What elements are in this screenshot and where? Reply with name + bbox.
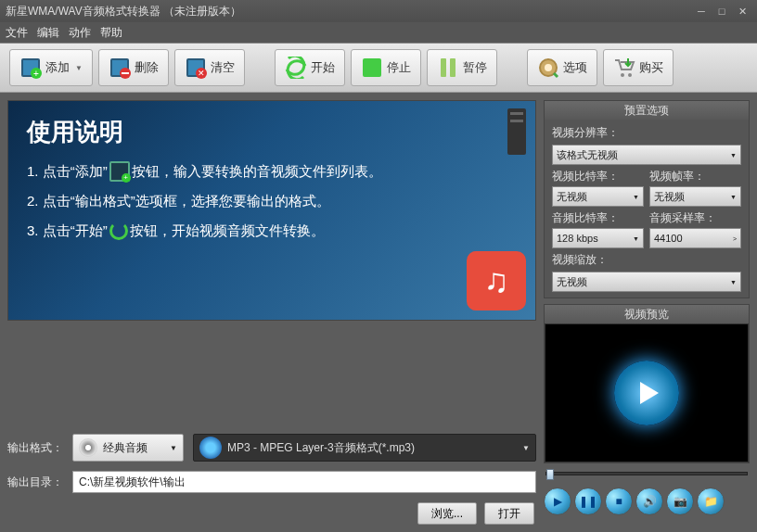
dropdown-arrow-icon: ▼ [75,64,83,72]
svg-point-18 [628,73,632,77]
svg-text:✕: ✕ [198,69,205,78]
menu-action[interactable]: 动作 [69,25,91,41]
framerate-label: 视频帧率： [649,169,741,184]
slider-thumb[interactable] [546,469,554,480]
ctrl-folder-button[interactable]: 📁 [697,488,725,515]
browse-button[interactable]: 浏览... [417,502,477,525]
resolution-label: 视频分辨率： [552,125,741,141]
add-button[interactable]: + 添加 ▼ [9,49,93,86]
close-button[interactable]: ✕ [733,4,751,19]
instructions-banner: 使用说明 1. 点击“添加” 按钮，输入要转换的音视频文件到列表。 2. 点击“… [7,100,536,321]
delete-icon [109,57,131,79]
add-icon: + [19,57,42,79]
video-bitrate-select[interactable]: 无视频▼ [552,186,644,207]
sample-rate-select[interactable]: 44100> [649,228,741,248]
open-button[interactable]: 打开 [484,502,534,525]
svg-rect-7 [122,72,129,74]
filmstrip-icon [507,108,526,155]
instruction-step: 1. 点击“添加” 按钮，输入要转换的音视频文件到列表。 [27,161,517,182]
audio-bitrate-select[interactable]: 128 kbps▼ [552,228,644,248]
refresh-icon [109,222,128,240]
ctrl-snapshot-button[interactable]: 📷 [666,488,694,515]
clear-icon: ✕ [185,57,207,79]
preview-panel-title: 视频预览 [545,305,749,323]
start-icon [285,57,307,79]
output-format-label: 输出格式： [7,440,63,456]
cart-icon [613,57,635,79]
menu-file[interactable]: 文件 [6,25,28,41]
svg-rect-12 [363,58,381,77]
instruction-step: 2. 点击“输出格式”选项框，选择您要输出的格式。 [27,193,517,210]
menu-help[interactable]: 帮助 [100,25,122,41]
pause-button[interactable]: 暂停 [427,49,497,86]
gear-icon [537,57,559,79]
ctrl-pause-button[interactable]: ❚❚ [574,488,602,515]
add-file-icon [109,161,130,182]
stop-button[interactable]: 停止 [351,49,421,86]
maximize-button[interactable]: □ [712,4,731,19]
audio-bitrate-label: 音频比特率： [552,210,644,226]
chevron-down-icon: ▼ [522,444,530,452]
preset-panel: 预置选项 视频分辨率： 该格式无视频▼ 视频比特率： 无视频▼ 视频帧率： 无视… [544,100,750,298]
video-preview [545,323,749,462]
options-button[interactable]: 选项 [527,49,597,86]
svg-rect-13 [441,58,446,77]
window-title: 新星WMA/WAV音频格式转换器 （未注册版本） [6,4,241,19]
clear-button[interactable]: ✕ 清空 [174,49,245,86]
ctrl-volume-button[interactable]: 🔊 [635,488,663,515]
seek-slider[interactable] [544,469,750,478]
svg-text:+: + [33,69,39,79]
menubar: 文件 编辑 动作 帮助 [0,22,757,43]
video-bitrate-label: 视频比特率： [552,169,644,184]
format-icon [199,437,222,459]
ctrl-play-button[interactable]: ▶ [544,488,571,515]
chevron-down-icon: ▼ [730,152,737,158]
scale-select[interactable]: 无视频▼ [552,272,741,292]
svg-point-16 [545,64,552,71]
scale-label: 视频缩放： [552,252,741,268]
chevron-down-icon: ▼ [170,444,177,452]
chevron-down-icon: > [733,235,737,242]
preview-controls: ▶ ❚❚ ■ 🔊 📷 📁 [544,488,750,515]
music-icon: ♫ [467,251,526,310]
chevron-down-icon: ▼ [633,194,639,200]
chevron-down-icon: ▼ [730,279,737,285]
titlebar: 新星WMA/WAV音频格式转换器 （未注册版本） ─ □ ✕ [0,0,757,22]
instructions-title: 使用说明 [27,116,517,148]
output-category-select[interactable]: 经典音频 ▼ [72,434,184,462]
toolbar: + 添加 ▼ 删除 ✕ 清空 开始 停止 暂停 选项 [0,43,757,93]
chevron-down-icon: ▼ [633,235,639,242]
stop-icon [361,57,383,79]
pause-icon [437,57,459,79]
menu-edit[interactable]: 编辑 [37,25,59,41]
preset-panel-title: 预置选项 [545,101,749,120]
output-format-select[interactable]: MP3 - MPEG Layer-3音频格式(*.mp3) ▼ [193,434,536,462]
output-dir-label: 输出目录： [7,475,63,490]
resolution-select[interactable]: 该格式无视频▼ [552,145,741,165]
minimize-button[interactable]: ─ [692,4,711,19]
start-button[interactable]: 开始 [275,49,345,86]
preview-panel: 视频预览 [544,304,750,463]
buy-button[interactable]: 购买 [603,49,674,86]
svg-rect-14 [450,58,455,77]
delete-button[interactable]: 删除 [98,49,169,86]
ctrl-stop-button[interactable]: ■ [605,488,633,515]
instruction-step: 3. 点击“开始” 按钮，开始视频音频文件转换。 [27,222,517,240]
chevron-down-icon: ▼ [730,194,737,200]
output-dir-input[interactable]: C:\新星视频软件\输出 [72,471,536,493]
svg-point-17 [621,73,624,77]
cd-icon [79,438,97,457]
sample-rate-label: 音频采样率： [649,210,741,226]
preview-play-button[interactable] [614,361,679,425]
framerate-select[interactable]: 无视频▼ [649,186,741,207]
